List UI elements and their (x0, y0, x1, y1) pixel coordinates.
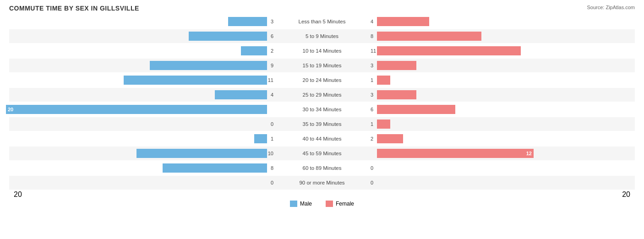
bar-row: 1120 to 24 Minutes1 (9, 73, 635, 87)
bar-row: 860 to 89 Minutes0 (9, 161, 635, 175)
female-value-label: 11 (371, 48, 380, 54)
female-value-label: 1 (371, 121, 380, 127)
female-section: 0 (363, 176, 635, 190)
bar-row: 3Less than 5 Minutes4 (9, 15, 635, 28)
female-section: 4 (363, 15, 635, 28)
female-value-label: 3 (371, 63, 380, 68)
female-legend-label: Female (336, 201, 354, 207)
bar-row: 915 to 19 Minutes3 (9, 59, 635, 72)
bar-row: 090 or more Minutes0 (9, 176, 635, 190)
male-section: 6 (9, 29, 281, 43)
male-section: 0 (9, 176, 281, 190)
bar-row: 140 to 44 Minutes2 (9, 132, 635, 146)
female-value-label: 4 (371, 19, 380, 24)
category-label: 60 to 89 Minutes (281, 165, 363, 171)
female-section: 11 (363, 44, 635, 58)
male-bar (228, 17, 267, 26)
female-bar (377, 134, 403, 143)
male-value-label: 0 (264, 121, 273, 127)
category-label: 30 to 34 Minutes (281, 107, 363, 112)
male-legend-label: Male (300, 201, 312, 207)
male-value-inside: 20 (8, 107, 13, 112)
male-section: 11 (9, 73, 281, 87)
female-bar (377, 46, 521, 55)
female-bar (377, 32, 481, 41)
male-bar (136, 149, 267, 158)
male-bar (189, 32, 267, 41)
category-label: 20 to 24 Minutes (281, 77, 363, 83)
female-section: 6 (363, 103, 635, 116)
bar-row: 1045 to 59 Minutes12 (9, 147, 635, 160)
x-axis-left: 20 (9, 190, 282, 199)
x-axis-right: 20 (362, 190, 635, 199)
female-section: 3 (363, 88, 635, 102)
female-value-label: 2 (371, 136, 380, 141)
female-section: 0 (363, 161, 635, 175)
female-value-label: 0 (371, 180, 380, 185)
male-bar (163, 163, 267, 173)
female-legend-box (326, 201, 333, 207)
female-section: 1 (363, 117, 635, 131)
female-section: 3 (363, 59, 635, 72)
bar-row: 2030 to 34 Minutes6 (9, 103, 635, 116)
chart-title: COMMUTE TIME BY SEX IN GILLSVILLE (9, 5, 635, 12)
legend-male: Male (290, 201, 312, 207)
category-label: 35 to 39 Minutes (281, 121, 363, 127)
female-bar (377, 105, 455, 114)
male-legend-box (290, 201, 297, 207)
male-section: 20 (9, 103, 281, 116)
male-bar (254, 134, 267, 143)
female-bar (377, 61, 416, 70)
male-bar (124, 76, 267, 85)
category-label: 10 to 14 Minutes (281, 48, 363, 54)
category-label: 45 to 59 Minutes (281, 151, 363, 156)
chart-container: COMMUTE TIME BY SEX IN GILLSVILLE Source… (0, 0, 644, 239)
category-label: 25 to 29 Minutes (281, 92, 363, 98)
male-section: 3 (9, 15, 281, 28)
female-value-label: 3 (371, 92, 380, 98)
male-section: 8 (9, 161, 281, 175)
male-bar (215, 90, 267, 99)
category-label: 90 or more Minutes (281, 180, 363, 185)
category-label: 40 to 44 Minutes (281, 136, 363, 141)
male-section: 9 (9, 59, 281, 72)
male-section: 1 (9, 132, 281, 146)
female-bar: 12 (377, 149, 534, 158)
male-section: 2 (9, 44, 281, 58)
bar-row: 035 to 39 Minutes1 (9, 117, 635, 131)
female-value-label: 6 (371, 107, 380, 112)
bar-row: 210 to 14 Minutes11 (9, 44, 635, 58)
category-label: 5 to 9 Minutes (281, 33, 363, 39)
female-bar (377, 90, 416, 99)
category-label: 15 to 19 Minutes (281, 63, 363, 68)
female-section: 12 (363, 147, 635, 160)
bar-row: 65 to 9 Minutes8 (9, 29, 635, 43)
female-section: 2 (363, 132, 635, 146)
female-bar (377, 17, 429, 26)
x-axis: 20 20 (9, 190, 635, 199)
female-value-inside: 12 (526, 151, 532, 156)
male-value-label: 0 (264, 180, 273, 185)
male-bar (150, 61, 267, 70)
male-section: 0 (9, 117, 281, 131)
male-section: 10 (9, 147, 281, 160)
male-bar (241, 46, 267, 55)
bars-area: 3Less than 5 Minutes465 to 9 Minutes8210… (9, 15, 635, 190)
category-label: Less than 5 Minutes (281, 19, 363, 24)
female-value-label: 1 (371, 77, 380, 83)
bar-row: 425 to 29 Minutes3 (9, 88, 635, 102)
source-text: Source: ZipAtlas.com (587, 5, 635, 10)
male-bar: 20 (6, 105, 267, 114)
legend: Male Female (9, 201, 635, 207)
female-value-label: 0 (371, 165, 380, 171)
legend-female: Female (326, 201, 354, 207)
female-section: 8 (363, 29, 635, 43)
female-section: 1 (363, 73, 635, 87)
male-section: 4 (9, 88, 281, 102)
female-value-label: 8 (371, 33, 380, 39)
